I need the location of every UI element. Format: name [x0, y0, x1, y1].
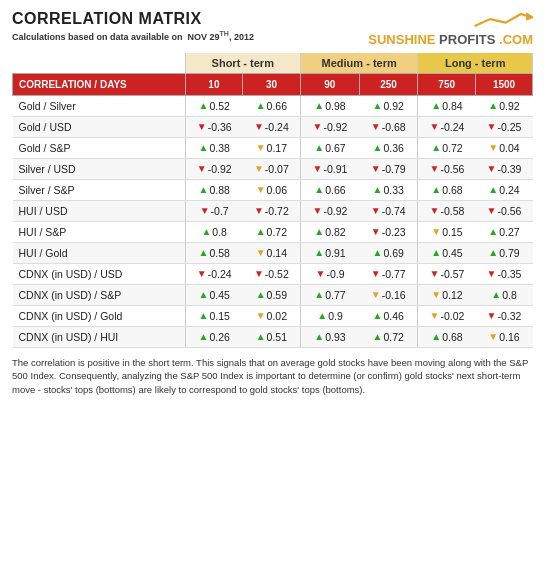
- arrow-up-icon: ▲: [314, 248, 324, 258]
- arrow-up-icon: ▲: [431, 101, 441, 111]
- cell-value: -0.07: [265, 163, 289, 175]
- cell-value: -0.16: [382, 289, 406, 301]
- row-label: Gold / USD: [13, 117, 186, 138]
- data-cell: ▼-0.24: [243, 117, 301, 138]
- cell-value: 0.46: [384, 310, 404, 322]
- data-cell: ▲0.68: [418, 327, 476, 348]
- table-row: Gold / USD▼-0.36▼-0.24▼-0.92▼-0.68▼-0.24…: [13, 117, 533, 138]
- cell-value: 0.8: [212, 226, 227, 238]
- data-cell: ▼-0.24: [185, 264, 243, 285]
- data-cell: ▼-0.68: [359, 117, 418, 138]
- data-cell: ▲0.66: [300, 180, 359, 201]
- cell-value: -0.92: [208, 163, 232, 175]
- arrow-up-icon: ▲: [314, 143, 324, 153]
- table-row: CDNX (in USD) / HUI▲0.26▲0.51▲0.93▲0.72▲…: [13, 327, 533, 348]
- cell-value: -0.24: [208, 268, 232, 280]
- arrow-up-icon: ▲: [256, 101, 266, 111]
- cell-value: 0.66: [267, 100, 287, 112]
- arrow-down-icon: ▼: [371, 206, 381, 216]
- arrow-up-icon: ▲: [199, 290, 209, 300]
- cell-value: 0.92: [384, 100, 404, 112]
- cell-value: 0.15: [442, 226, 462, 238]
- arrow-up-icon: ▲: [314, 332, 324, 342]
- data-cell: ▲0.8: [185, 222, 243, 243]
- table-row: Gold / Silver▲0.52▲0.66▲0.98▲0.92▲0.84▲0…: [13, 96, 533, 117]
- arrow-down-icon: ▼: [254, 269, 264, 279]
- table-row: Silver / USD▼-0.92▼-0.07▼-0.91▼-0.79▼-0.…: [13, 159, 533, 180]
- cell-value: -0.91: [324, 163, 348, 175]
- cell-value: 0.8: [502, 289, 517, 301]
- data-cell: ▲0.67: [300, 138, 359, 159]
- arrow-down-icon: ▼: [200, 206, 210, 216]
- cell-value: 0.59: [267, 289, 287, 301]
- data-cell: ▲0.52: [185, 96, 243, 117]
- arrow-down-icon: ▼: [371, 164, 381, 174]
- arrow-down-icon: ▼: [487, 269, 497, 279]
- header-1500: 1500: [476, 74, 533, 96]
- arrow-up-icon: ▲: [431, 185, 441, 195]
- arrow-up-icon: ▲: [199, 332, 209, 342]
- cell-value: 0.24: [499, 184, 519, 196]
- data-cell: ▲0.69: [359, 243, 418, 264]
- data-cell: ▲0.77: [300, 285, 359, 306]
- cell-value: -0.92: [324, 121, 348, 133]
- arrow-down-icon: ▼: [487, 164, 497, 174]
- cell-value: -0.58: [440, 205, 464, 217]
- data-cell: ▲0.84: [418, 96, 476, 117]
- data-cell: ▼-0.25: [476, 117, 533, 138]
- cell-value: 0.45: [209, 289, 229, 301]
- cell-value: -0.52: [265, 268, 289, 280]
- arrow-up-icon: ▲: [201, 227, 211, 237]
- footer-text: The correlation is positive in the short…: [12, 356, 533, 396]
- data-cell: ▼-0.58: [418, 201, 476, 222]
- data-cell: ▲0.92: [476, 96, 533, 117]
- cell-value: 0.45: [442, 247, 462, 259]
- svg-marker-0: [526, 12, 533, 21]
- arrow-up-icon: ▲: [488, 227, 498, 237]
- arrow-up-icon: ▲: [373, 143, 383, 153]
- data-cell: ▼-0.56: [476, 201, 533, 222]
- arrow-down-icon: ▼: [371, 269, 381, 279]
- cell-value: 0.93: [325, 331, 345, 343]
- logo-sunshine: SUNSHINE: [368, 32, 435, 47]
- row-label: CDNX (in USD) / Gold: [13, 306, 186, 327]
- data-cell: ▲0.79: [476, 243, 533, 264]
- cell-value: -0.56: [498, 205, 522, 217]
- row-label: HUI / S&P: [13, 222, 186, 243]
- data-cell: ▼-0.77: [359, 264, 418, 285]
- cell-value: 0.15: [209, 310, 229, 322]
- cell-value: 0.12: [442, 289, 462, 301]
- arrow-up-icon: ▲: [317, 311, 327, 321]
- arrow-up-icon: ▲: [199, 143, 209, 153]
- data-cell: ▲0.72: [418, 138, 476, 159]
- arrow-down-icon: ▼: [197, 269, 207, 279]
- arrow-up-icon: ▲: [256, 332, 266, 342]
- arrow-neutral-icon: ▼: [256, 143, 266, 153]
- cell-value: -0.77: [382, 268, 406, 280]
- header-label: CORRELATION / DAYS: [13, 74, 186, 96]
- data-cell: ▲0.91: [300, 243, 359, 264]
- header-row: CORRELATION / DAYS 10 30 90 250 750 1500: [13, 74, 533, 96]
- header-90: 90: [300, 74, 359, 96]
- col-group-row: Short - term Medium - term Long - term: [13, 53, 533, 74]
- arrow-up-icon: ▲: [314, 227, 324, 237]
- arrow-down-icon: ▼: [254, 122, 264, 132]
- cell-value: 0.38: [209, 142, 229, 154]
- data-cell: ▲0.45: [418, 243, 476, 264]
- data-cell: ▲0.59: [243, 285, 301, 306]
- data-cell: ▲0.68: [418, 180, 476, 201]
- data-cell: ▼-0.16: [359, 285, 418, 306]
- data-cell: ▲0.46: [359, 306, 418, 327]
- cell-value: 0.14: [267, 247, 287, 259]
- arrow-neutral-icon: ▼: [256, 248, 266, 258]
- table-row: Gold / S&P▲0.38▼0.17▲0.67▲0.36▲0.72▼0.04: [13, 138, 533, 159]
- data-cell: ▲0.82: [300, 222, 359, 243]
- cell-value: 0.72: [442, 142, 462, 154]
- cell-value: 0.91: [325, 247, 345, 259]
- arrow-neutral-icon: ▼: [254, 164, 264, 174]
- subtitle-sup: TH: [220, 30, 229, 37]
- cell-value: -0.72: [265, 205, 289, 217]
- cell-value: 0.33: [384, 184, 404, 196]
- cell-value: 0.51: [267, 331, 287, 343]
- data-cell: ▼0.04: [476, 138, 533, 159]
